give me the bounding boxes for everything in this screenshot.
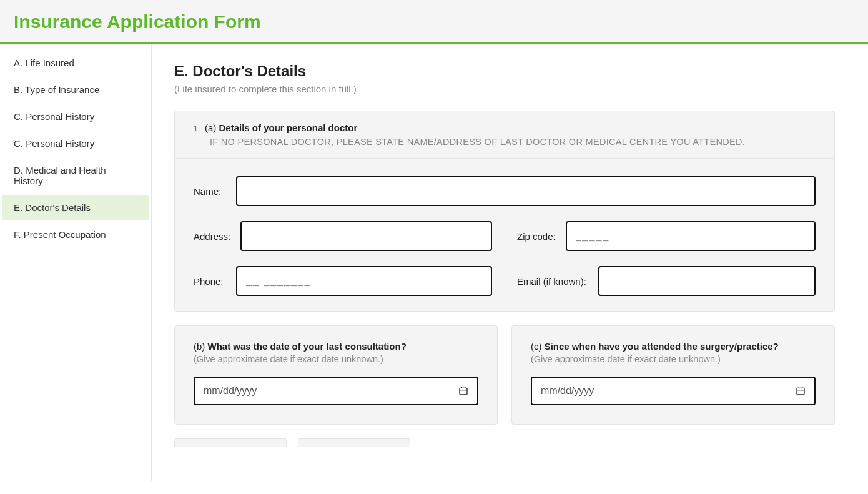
email-input[interactable] xyxy=(598,266,816,296)
calendar-icon xyxy=(458,386,468,396)
panel-last-consultation: (b) What was the date of your last consu… xyxy=(174,325,498,425)
zip-label: Zip code: xyxy=(517,231,566,242)
question-number: 1. xyxy=(194,124,205,133)
page-title: Insurance Application Form xyxy=(14,11,854,32)
sidebar: A. Life Insured B. Type of Insurance C. … xyxy=(0,44,152,481)
name-input[interactable] xyxy=(236,176,816,206)
svg-rect-4 xyxy=(797,388,804,395)
last-consultation-date-input[interactable]: mm/dd/yyyy xyxy=(194,377,478,405)
sidebar-item-doctors-details[interactable]: E. Doctor's Details xyxy=(2,195,149,220)
email-label: Email (if known): xyxy=(517,276,598,287)
svg-rect-0 xyxy=(460,388,467,395)
question-1a-hint: IF NO PERSONAL DOCTOR, PLEASE STATE NAME… xyxy=(210,137,816,147)
question-1c-hint: (Give approximate date if exact date unk… xyxy=(531,354,816,364)
address-input[interactable] xyxy=(240,221,492,251)
sidebar-item-present-occupation[interactable]: F. Present Occupation xyxy=(2,222,149,247)
zip-input[interactable] xyxy=(566,221,816,251)
panel-body: Name: Address: Zip code: xyxy=(175,159,834,311)
question-1b-hint: (Give approximate date if exact date unk… xyxy=(194,354,478,364)
phone-input[interactable] xyxy=(236,266,492,296)
calendar-icon xyxy=(796,386,806,396)
panel-stub xyxy=(298,438,410,447)
panel-personal-doctor: 1. (a) Details of your personal doctor I… xyxy=(174,111,835,312)
sidebar-item-medical-health-history[interactable]: D. Medical and Health History xyxy=(2,157,149,194)
name-label: Name: xyxy=(194,186,236,197)
since-when-date-input[interactable]: mm/dd/yyyy xyxy=(531,377,816,405)
address-label: Address: xyxy=(194,231,240,242)
question-1a-label: (a) Details of your personal doctor xyxy=(205,122,357,133)
panel-since-when: (c) Since when have you attended the sur… xyxy=(511,325,835,425)
next-panels-peek xyxy=(174,438,835,447)
question-1c-label: (c) Since when have you attended the sur… xyxy=(531,341,816,352)
sidebar-item-personal-history-1[interactable]: C. Personal History xyxy=(2,104,149,129)
page-header: Insurance Application Form xyxy=(0,0,868,44)
sidebar-item-personal-history-2[interactable]: C. Personal History xyxy=(2,131,149,156)
panel-header: 1. (a) Details of your personal doctor I… xyxy=(175,111,834,159)
sidebar-item-type-of-insurance[interactable]: B. Type of Insurance xyxy=(2,77,149,102)
phone-label: Phone: xyxy=(194,276,236,287)
section-subtitle: (Life insured to complete this section i… xyxy=(174,84,835,94)
main-content: E. Doctor's Details (Life insured to com… xyxy=(152,44,857,481)
panel-stub xyxy=(174,438,287,447)
section-title: E. Doctor's Details xyxy=(174,62,835,80)
sidebar-item-life-insured[interactable]: A. Life Insured xyxy=(2,50,149,76)
question-1b-label: (b) What was the date of your last consu… xyxy=(194,341,478,352)
